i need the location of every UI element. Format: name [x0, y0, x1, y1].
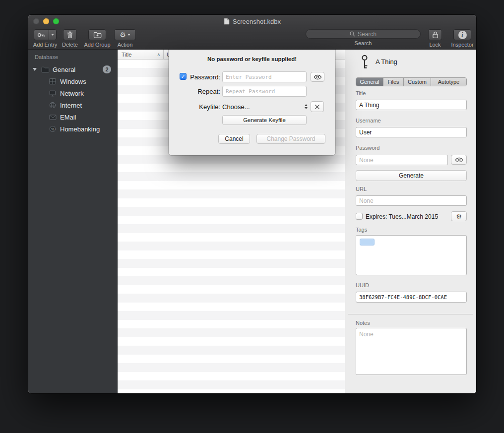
password-field[interactable]: [356, 155, 448, 165]
sidebar-item-internet[interactable]: Internet: [28, 99, 117, 111]
clear-keyfile-button[interactable]: [311, 101, 324, 112]
generate-keyfile-button[interactable]: Generate Keyfile: [222, 115, 307, 125]
tags-label: Tags: [356, 227, 367, 233]
entry-title: A Thing: [376, 58, 397, 65]
globe-icon: [48, 102, 57, 109]
entry-count-badge: 2: [103, 65, 111, 73]
dialog-message: No password or keyfile supplied!: [169, 56, 335, 62]
title-field[interactable]: [356, 100, 467, 110]
password-label: Password:: [187, 73, 220, 81]
expires-checkbox[interactable]: [356, 213, 363, 220]
document-icon: [224, 18, 230, 25]
sidebar-item-windows[interactable]: Windows: [28, 75, 117, 87]
search-label: Search: [355, 40, 372, 46]
password-input[interactable]: [222, 71, 307, 82]
cancel-button[interactable]: Cancel: [218, 134, 250, 144]
add-entry-button[interactable]: [34, 29, 57, 40]
add-entry-group: Add Entry: [30, 29, 60, 48]
search-input[interactable]: Search: [306, 29, 421, 39]
expires-settings-button[interactable]: ⚙: [451, 211, 467, 221]
folder-icon: [41, 66, 50, 73]
tab-custom[interactable]: Custom: [404, 78, 431, 86]
trash-icon: [66, 31, 73, 39]
zoom-button[interactable]: [53, 18, 59, 24]
network-icon: [48, 90, 57, 97]
inspector-tabs: General Files Custom Autotype: [356, 77, 467, 86]
sidebar-item-label: Windows: [60, 78, 86, 85]
gear-icon: ⚙: [456, 213, 462, 220]
sidebar-group-general[interactable]: General 2: [28, 63, 117, 75]
coin-icon: %: [48, 125, 57, 132]
window-title: Screenshot.kdbx: [233, 18, 281, 25]
search-icon: [350, 31, 355, 37]
username-label: Username: [356, 118, 381, 124]
x-icon: [315, 104, 320, 110]
windows-icon: [48, 78, 57, 85]
add-group-button[interactable]: [88, 29, 106, 40]
sidebar-item-network[interactable]: Network: [28, 87, 117, 99]
close-button[interactable]: [33, 18, 39, 24]
info-icon: i: [458, 31, 467, 39]
add-entry-dropdown[interactable]: [49, 30, 56, 40]
inspector-panel: A Thing General Files Custom Autotype Ti…: [345, 50, 476, 393]
add-entry-label: Add Entry: [33, 42, 57, 48]
add-group-label: Add Group: [84, 42, 110, 48]
chevron-down-icon: [127, 34, 130, 36]
traffic-lights: [33, 18, 59, 24]
username-field[interactable]: [356, 127, 467, 137]
inspector-group: i Inspector: [448, 29, 476, 48]
expires-label: Expires: Tues...March 2015: [366, 213, 438, 220]
tab-general[interactable]: General: [356, 78, 383, 86]
macpass-window: Screenshot.kdbx Add Entry: [28, 15, 476, 393]
sidebar-item-label: Homebanking: [60, 125, 100, 133]
minimize-button[interactable]: [43, 18, 49, 24]
keyfile-label: Keyfile:: [187, 103, 220, 111]
show-password-button[interactable]: [451, 155, 467, 165]
sidebar-group-label: General: [53, 66, 75, 73]
uuid-field[interactable]: [356, 292, 467, 303]
chevron-down-icon: [51, 34, 54, 36]
sidebar-item-homebanking[interactable]: % Homebanking: [28, 123, 117, 135]
tag-chip[interactable]: [360, 239, 375, 246]
sidebar-header: Database: [35, 54, 58, 60]
password-checkbox[interactable]: ✓: [180, 73, 187, 80]
url-field[interactable]: [356, 195, 467, 206]
keyfile-dropdown[interactable]: Choose...: [222, 101, 309, 112]
disclosure-triangle-icon[interactable]: [33, 68, 37, 71]
gear-icon: ⚙: [120, 31, 126, 38]
svg-text:%: %: [51, 127, 54, 131]
add-group-group: Add Group: [82, 29, 113, 48]
titlebar: Screenshot.kdbx: [28, 15, 476, 28]
search-group: Search Search: [306, 29, 421, 46]
repeat-label: Repeat:: [187, 88, 220, 95]
check-icon: ✓: [181, 73, 185, 80]
lock-button[interactable]: [428, 29, 442, 40]
column-header-title[interactable]: Title ∧: [118, 50, 164, 59]
tags-box[interactable]: [356, 235, 467, 275]
uuid-label: UUID: [356, 282, 369, 288]
divider: [348, 314, 473, 314]
notes-field[interactable]: [356, 328, 467, 375]
eye-icon: [314, 74, 322, 80]
delete-group: Delete: [56, 29, 84, 48]
key-plus-icon: [37, 32, 46, 38]
stepper-icon: [305, 104, 308, 109]
show-password-button[interactable]: [311, 72, 324, 82]
password-dialog: No password or keyfile supplied! ✓ Passw…: [169, 50, 335, 155]
action-button[interactable]: ⚙: [114, 29, 136, 40]
sidebar-item-label: EMail: [60, 114, 76, 121]
delete-button[interactable]: [63, 29, 77, 40]
inspector-button[interactable]: i: [453, 29, 471, 40]
lock-group: Lock: [424, 29, 446, 48]
search-placeholder: Search: [358, 31, 377, 38]
generate-password-button[interactable]: Generate: [356, 170, 467, 181]
tab-autotype[interactable]: Autotype: [431, 78, 466, 86]
sidebar-item-email[interactable]: EMail: [28, 111, 117, 123]
tab-files[interactable]: Files: [383, 78, 404, 86]
eye-icon: [455, 157, 463, 163]
repeat-input[interactable]: [222, 86, 307, 97]
envelope-icon: [48, 115, 57, 120]
key-icon: [360, 55, 369, 71]
column-title-label: Title: [122, 52, 131, 58]
change-password-button[interactable]: Change Password: [256, 134, 325, 144]
